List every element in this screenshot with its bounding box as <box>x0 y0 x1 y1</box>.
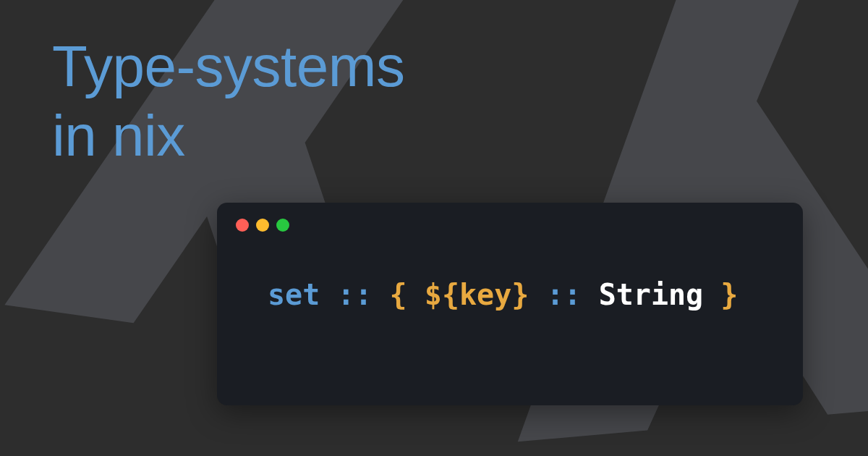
code-token-lbrace: { <box>390 278 407 311</box>
window-close-dot <box>236 219 249 232</box>
code-token-type: String <box>599 278 704 311</box>
window-maximize-dot <box>276 219 289 232</box>
code-window: set :: { ${key} :: String } <box>217 203 803 405</box>
title-block: Type-systems in nix <box>52 32 404 171</box>
window-minimize-dot <box>256 219 269 232</box>
code-token-doublecolon: :: <box>337 278 372 311</box>
title-line-2: in nix <box>52 101 404 171</box>
window-traffic-lights <box>217 203 803 248</box>
code-token-identifier: set <box>268 278 320 311</box>
title-line-1: Type-systems <box>52 32 404 101</box>
code-content: set :: { ${key} :: String } <box>217 248 803 342</box>
code-token-doublecolon: :: <box>546 278 581 311</box>
code-token-key: key <box>459 278 511 311</box>
code-token-rbrace: } <box>720 278 738 311</box>
code-token-interp-close: } <box>511 278 529 311</box>
code-token-interp-open: ${ <box>425 278 459 311</box>
